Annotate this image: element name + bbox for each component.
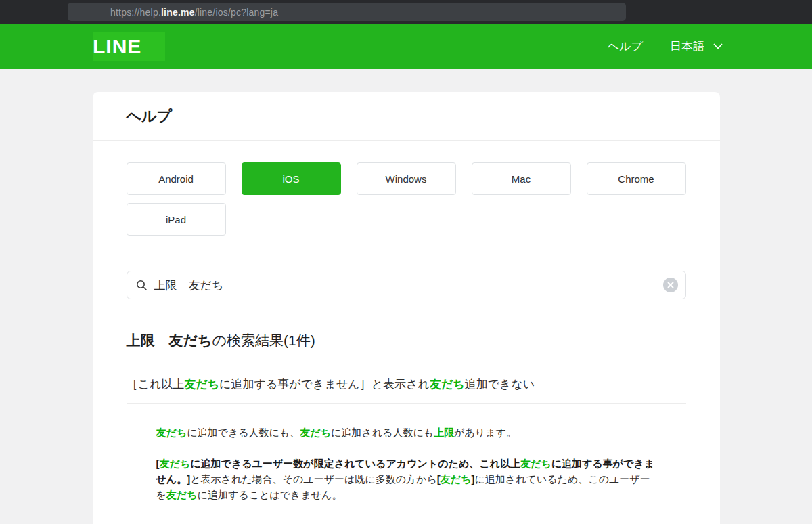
text-segment: があります。 xyxy=(454,427,516,438)
text-segment: と表示された場合、そのユーザーは既に多数の方から xyxy=(190,473,437,485)
url-path: /line/ios/pc?lang=ja xyxy=(195,7,278,18)
tab-ios[interactable]: iOS xyxy=(242,162,341,195)
text-segment: 友だち xyxy=(184,378,219,391)
card-content: AndroidiOSWindowsMacChromeiPad 上限 友だち xyxy=(93,141,720,524)
text-segment: 友だち xyxy=(520,458,551,469)
text-segment: に追加される人数にも xyxy=(331,427,434,438)
search-icon xyxy=(136,280,148,291)
result-body: 友だちに追加できる人数にも、友だちに追加される人数にも上限があります。 [友だち… xyxy=(127,404,686,524)
language-selector[interactable]: 日本語 xyxy=(670,39,723,54)
text-segment: 友だち xyxy=(156,427,187,438)
url-text: https://help.line.me/line/ios/pc?lang=ja xyxy=(68,7,278,18)
search-section: 上限 友だち xyxy=(127,236,686,299)
page-body: ヘルプ AndroidiOSWindowsMacChromeiPad 上限 友だ… xyxy=(0,92,812,524)
result-item-title[interactable]: ［これ以上友だちに追加する事ができません］と表示され友だち追加できない xyxy=(127,364,686,403)
chevron-down-icon xyxy=(713,43,723,49)
text-segment: 追加できない xyxy=(465,378,535,391)
platform-tabs: AndroidiOSWindowsMacChromeiPad xyxy=(127,141,686,236)
text-segment: 友だち xyxy=(300,427,331,438)
line-logo[interactable]: LINE xyxy=(93,32,165,61)
tab-ipad[interactable]: iPad xyxy=(127,203,226,236)
tab-windows[interactable]: Windows xyxy=(357,162,456,195)
clear-search-button[interactable] xyxy=(663,278,678,292)
site-header: LINE ヘルプ 日本語 xyxy=(0,24,812,69)
results-heading-query: 上限 友だち xyxy=(127,332,212,348)
result-paragraph: [友だちに追加できるユーザー数が限定されているアカウントのため、これ以上友だちに… xyxy=(156,456,656,502)
tab-chrome[interactable]: Chrome xyxy=(587,162,686,195)
url-bar-divider xyxy=(89,7,89,17)
url-domain: line.me xyxy=(161,7,195,18)
search-query-text: 上限 友だち xyxy=(154,278,224,293)
tab-android[interactable]: Android xyxy=(127,162,226,195)
text-segment: 友だち xyxy=(166,489,198,500)
page-title: ヘルプ xyxy=(93,92,720,140)
text-segment: 友だち xyxy=(441,473,472,485)
text-segment: に追加できるユーザー数が限定されているアカウントのため、これ以上 xyxy=(190,458,520,469)
browser-topbar: https://help.line.me/line/ios/pc?lang=ja xyxy=(0,0,812,24)
search-input[interactable]: 上限 友だち xyxy=(127,271,686,299)
text-segment: に追加できる人数にも、 xyxy=(187,427,300,438)
text-segment: ［これ以上 xyxy=(127,378,185,391)
text-segment: に追加することはできません。 xyxy=(198,489,342,500)
url-prefix: https://help. xyxy=(110,7,161,18)
close-icon xyxy=(667,282,674,288)
nav-help-link[interactable]: ヘルプ xyxy=(608,39,643,54)
text-segment: 友だち xyxy=(430,378,465,391)
results-heading-rest: の検索結果(1件) xyxy=(212,332,315,348)
text-segment: 上限 xyxy=(434,427,454,438)
tab-mac[interactable]: Mac xyxy=(472,162,571,195)
result-paragraph: 友だちに追加できる人数にも、友だちに追加される人数にも上限があります。 xyxy=(156,424,656,440)
header-nav: ヘルプ 日本語 xyxy=(608,39,723,54)
results-heading: 上限 友だちの検索結果(1件) xyxy=(127,331,686,350)
text-segment: に追加する事ができません］と表示され xyxy=(219,378,430,391)
help-card: ヘルプ AndroidiOSWindowsMacChromeiPad 上限 友だ… xyxy=(93,92,720,524)
language-label: 日本語 xyxy=(670,39,704,54)
url-bar[interactable]: https://help.line.me/line/ios/pc?lang=ja xyxy=(68,3,626,21)
text-segment: 友だち xyxy=(160,458,191,469)
